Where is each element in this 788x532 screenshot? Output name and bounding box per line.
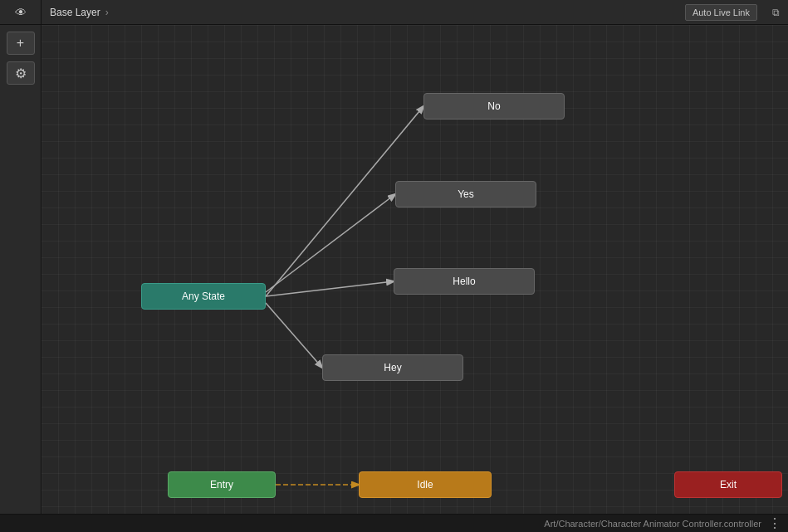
gear-button[interactable]: ⚙ [7,61,35,85]
node-exit[interactable]: Exit [674,471,782,498]
node-yes[interactable]: Yes [395,181,536,207]
node-no-label: No [487,100,500,112]
file-path: Art/Character/Character Animator Control… [544,519,761,529]
node-any-state-label: Any State [182,290,225,302]
node-idle-label: Idle [417,479,433,491]
breadcrumb-area: Base Layer › [42,7,685,18]
eye-icon: 👁 [15,6,27,19]
status-bar: Art/Character/Character Animator Control… [0,514,788,532]
auto-live-link-button[interactable]: Auto Live Link [685,4,757,21]
animation-canvas[interactable]: No Yes Hello Hey Any State Entry Idle Ex… [42,25,788,514]
node-entry[interactable]: Entry [168,471,276,498]
node-hey-label: Hey [384,362,401,373]
left-sidebar: + ⚙ [0,25,42,514]
window-icons: Auto Live Link ⧉ [685,4,788,21]
gear-icon: ⚙ [15,66,27,81]
node-any-state[interactable]: Any State [141,283,266,310]
eye-icon-area[interactable]: 👁 [0,0,42,25]
node-hello-label: Hello [453,276,475,287]
breadcrumb-arrow: › [105,7,109,18]
node-yes-label: Yes [458,188,474,200]
window-tile-icon[interactable]: ⧉ [769,7,783,18]
node-idle[interactable]: Idle [359,471,492,498]
node-hello[interactable]: Hello [394,268,535,295]
layer-name: Base Layer [50,7,100,18]
status-bar-right: Art/Character/Character Animator Control… [544,515,781,531]
add-button[interactable]: + [7,32,35,55]
top-bar: 👁 Base Layer › Auto Live Link ⧉ [0,0,788,25]
add-icon: + [17,36,24,51]
node-no[interactable]: No [423,93,565,120]
node-entry-label: Entry [210,479,233,491]
three-dots-icon[interactable]: ⋮ [768,515,781,531]
node-exit-label: Exit [720,479,737,491]
node-hey[interactable]: Hey [322,354,463,381]
